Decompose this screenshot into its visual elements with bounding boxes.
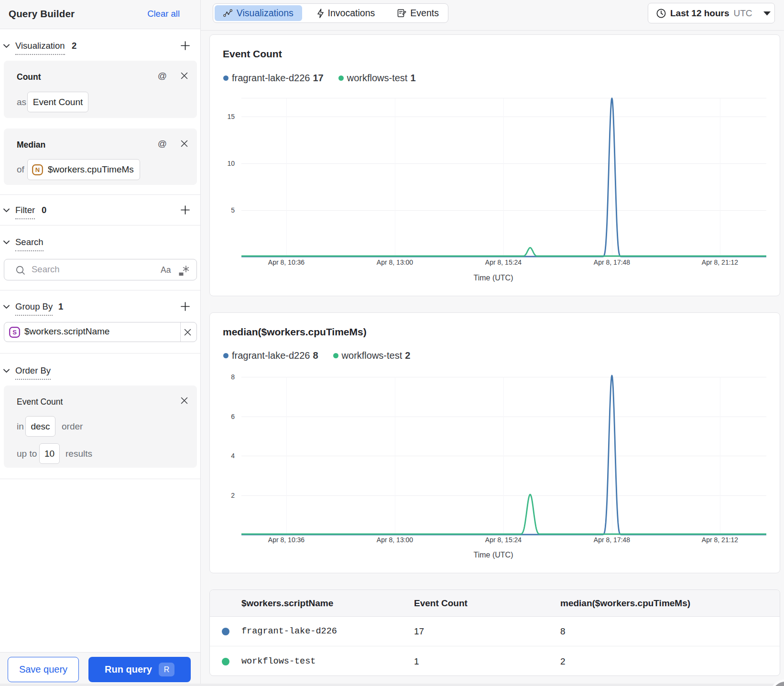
svg-text:Apr 8, 13:00: Apr 8, 13:00 xyxy=(377,258,413,266)
svg-text:Apr 8, 21:12: Apr 8, 21:12 xyxy=(702,258,738,266)
svg-text:2: 2 xyxy=(231,492,235,499)
svg-text:Apr 8, 13:00: Apr 8, 13:00 xyxy=(377,536,413,544)
svg-text:4: 4 xyxy=(231,452,235,460)
svg-text:Time (UTC): Time (UTC) xyxy=(474,551,513,559)
svg-text:6: 6 xyxy=(231,413,235,420)
svg-text:N: N xyxy=(35,166,40,173)
svg-text:15: 15 xyxy=(227,113,235,120)
svg-text:Time (UTC): Time (UTC) xyxy=(474,274,513,282)
svg-text:Apr 8, 10:36: Apr 8, 10:36 xyxy=(268,258,305,266)
svg-text:S: S xyxy=(12,329,17,336)
svg-text:10: 10 xyxy=(227,160,235,167)
svg-text:Apr 8, 21:12: Apr 8, 21:12 xyxy=(702,536,738,544)
svg-text:8: 8 xyxy=(231,373,235,381)
svg-text:Apr 8, 10:36: Apr 8, 10:36 xyxy=(268,536,305,544)
svg-text:Apr 8, 17:48: Apr 8, 17:48 xyxy=(594,258,630,266)
svg-text:Apr 8, 15:24: Apr 8, 15:24 xyxy=(485,258,522,266)
svg-text:Apr 8, 15:24: Apr 8, 15:24 xyxy=(485,536,522,544)
svg-text:5: 5 xyxy=(231,206,235,214)
svg-text:Apr 8, 17:48: Apr 8, 17:48 xyxy=(594,536,630,544)
